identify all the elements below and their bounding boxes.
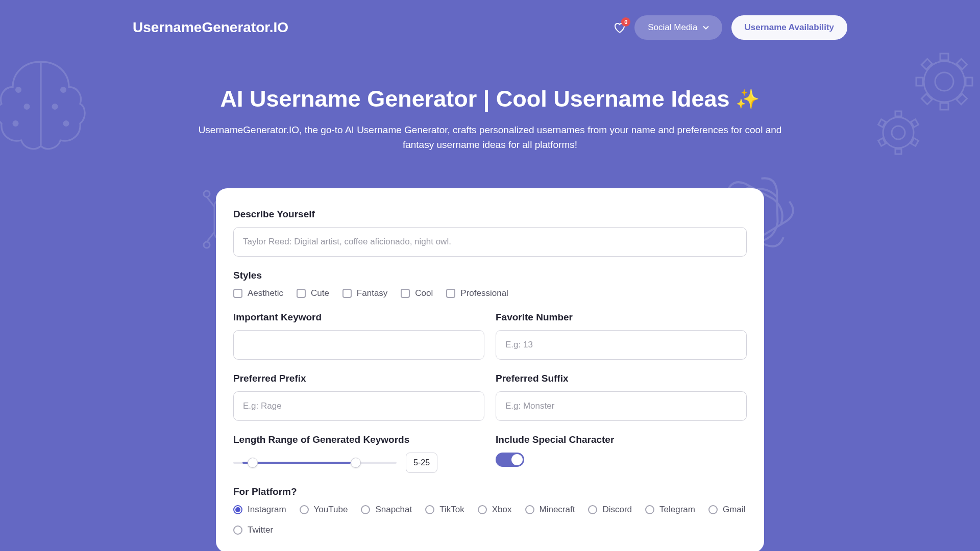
platform-label: Telegram bbox=[659, 505, 695, 515]
generator-form: Describe Yourself Styles AestheticCuteFa… bbox=[216, 188, 764, 551]
radio-icon bbox=[233, 525, 242, 535]
social-media-label: Social Media bbox=[648, 22, 697, 33]
radio-icon bbox=[588, 505, 597, 514]
suffix-input[interactable] bbox=[496, 391, 747, 421]
style-label: Professional bbox=[460, 288, 508, 298]
favorites-button[interactable]: 0 bbox=[613, 21, 625, 34]
style-checkbox-professional[interactable]: Professional bbox=[446, 288, 508, 298]
describe-input[interactable] bbox=[233, 227, 747, 257]
radio-icon bbox=[525, 505, 534, 514]
platform-radio-instagram[interactable]: Instagram bbox=[233, 505, 286, 515]
length-value: 5-25 bbox=[406, 453, 437, 473]
platform-radio-tiktok[interactable]: TikTok bbox=[425, 505, 464, 515]
platform-radio-telegram[interactable]: Telegram bbox=[645, 505, 695, 515]
style-label: Cool bbox=[415, 288, 433, 298]
style-label: Fantasy bbox=[357, 288, 387, 298]
style-checkbox-cute[interactable]: Cute bbox=[297, 288, 329, 298]
radio-icon bbox=[478, 505, 487, 514]
style-label: Aesthetic bbox=[248, 288, 283, 298]
chevron-down-icon bbox=[703, 26, 709, 30]
keyword-input[interactable] bbox=[233, 330, 484, 360]
keyword-label: Important Keyword bbox=[233, 312, 484, 323]
checkbox-icon bbox=[233, 289, 242, 298]
prefix-label: Preferred Prefix bbox=[233, 373, 484, 384]
platform-label: Discord bbox=[602, 505, 632, 515]
styles-label: Styles bbox=[233, 270, 747, 281]
platform-label: Gmail bbox=[723, 505, 745, 515]
special-label: Include Special Character bbox=[496, 434, 747, 445]
checkbox-icon bbox=[342, 289, 352, 298]
platform-radio-discord[interactable]: Discord bbox=[588, 505, 632, 515]
svg-point-12 bbox=[204, 191, 210, 197]
svg-point-16 bbox=[204, 242, 210, 248]
platform-radio-twitter[interactable]: Twitter bbox=[233, 525, 273, 535]
availability-label: Username Availability bbox=[745, 22, 834, 33]
svg-line-17 bbox=[207, 232, 214, 242]
favnum-label: Favorite Number bbox=[496, 312, 747, 323]
page-title: AI Username Generator | Cool Username Id… bbox=[220, 86, 760, 112]
username-availability-button[interactable]: Username Availability bbox=[731, 15, 847, 40]
sparkle-icon: ✨ bbox=[736, 88, 760, 110]
social-media-dropdown[interactable]: Social Media bbox=[634, 15, 722, 40]
platform-label: For Platform? bbox=[233, 486, 747, 497]
platform-label: TikTok bbox=[439, 505, 464, 515]
suffix-label: Preferred Suffix bbox=[496, 373, 747, 384]
platform-label: Instagram bbox=[248, 505, 286, 515]
radio-icon bbox=[425, 505, 434, 514]
slider-thumb-min[interactable] bbox=[248, 458, 258, 468]
favnum-input[interactable] bbox=[496, 330, 747, 360]
checkbox-icon bbox=[401, 289, 410, 298]
length-label: Length Range of Generated Keywords bbox=[233, 434, 484, 445]
style-checkbox-aesthetic[interactable]: Aesthetic bbox=[233, 288, 283, 298]
logo[interactable]: UsernameGenerator.IO bbox=[133, 19, 288, 36]
radio-icon bbox=[361, 505, 370, 514]
radio-icon bbox=[233, 505, 242, 514]
style-checkbox-cool[interactable]: Cool bbox=[401, 288, 433, 298]
platform-label: Twitter bbox=[248, 525, 273, 535]
radio-icon bbox=[645, 505, 654, 514]
checkbox-icon bbox=[297, 289, 306, 298]
platform-label: YouTube bbox=[314, 505, 348, 515]
platform-radio-gmail[interactable]: Gmail bbox=[708, 505, 745, 515]
radio-icon bbox=[708, 505, 718, 514]
prefix-input[interactable] bbox=[233, 391, 484, 421]
page-subtitle: UsernameGenerator.IO, the go-to AI Usern… bbox=[184, 122, 796, 153]
platform-radio-minecraft[interactable]: Minecraft bbox=[525, 505, 575, 515]
platform-radio-youtube[interactable]: YouTube bbox=[300, 505, 348, 515]
favorites-badge: 0 bbox=[621, 17, 630, 27]
platform-radio-snapchat[interactable]: Snapchat bbox=[361, 505, 412, 515]
style-label: Cute bbox=[311, 288, 329, 298]
length-slider[interactable] bbox=[233, 462, 397, 464]
platform-label: Snapchat bbox=[375, 505, 412, 515]
platform-label: Minecraft bbox=[540, 505, 575, 515]
describe-label: Describe Yourself bbox=[233, 209, 747, 220]
style-checkbox-fantasy[interactable]: Fantasy bbox=[342, 288, 387, 298]
radio-icon bbox=[300, 505, 309, 514]
svg-line-13 bbox=[207, 197, 214, 207]
slider-thumb-max[interactable] bbox=[351, 458, 361, 468]
special-toggle[interactable] bbox=[496, 453, 524, 467]
platform-radio-xbox[interactable]: Xbox bbox=[478, 505, 512, 515]
checkbox-icon bbox=[446, 289, 455, 298]
platform-label: Xbox bbox=[492, 505, 512, 515]
